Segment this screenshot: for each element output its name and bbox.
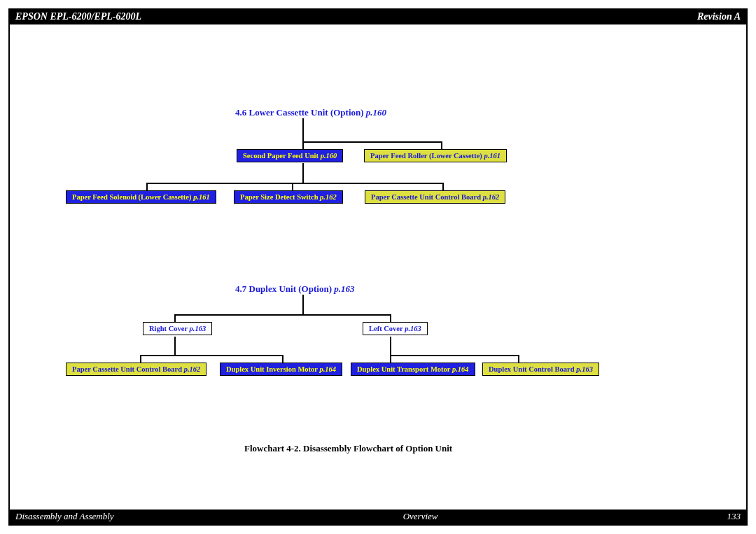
- footer-center: Overview: [403, 511, 438, 522]
- node-left-cover[interactable]: Left Cover p.163: [363, 322, 428, 335]
- connector: [390, 355, 519, 356]
- node-label: Paper Cassette Unit Control Board: [72, 365, 182, 373]
- node-label: Paper Feed Roller (Lower Cassette): [370, 152, 482, 160]
- node-label: Paper Feed Solenoid (Lower Cassette): [72, 193, 192, 201]
- header-right: Revision A: [697, 11, 741, 22]
- heading-page: p.160: [366, 107, 386, 118]
- connector: [302, 141, 442, 143]
- page-header: EPSON EPL-6200/EPL-6200L Revision A: [10, 10, 746, 24]
- node-label: Paper Cassette Unit Control Board: [371, 193, 481, 201]
- section-heading-4-6: 4.6 Lower Cassette Unit (Option) p.160: [235, 107, 386, 118]
- node-page: p.163: [576, 365, 593, 373]
- section-heading-4-7: 4.7 Duplex Unit (Option) p.163: [235, 283, 354, 295]
- connector: [302, 295, 304, 316]
- page-footer: Disassembly and Assembly Overview 133: [10, 510, 746, 524]
- node-label: Right Cover: [149, 325, 188, 332]
- connector: [140, 355, 284, 356]
- node-page: p.161: [193, 193, 210, 201]
- node-page: p.162: [483, 193, 500, 201]
- node-duplex-inversion-motor[interactable]: Duplex Unit Inversion Motor p.164: [220, 363, 342, 376]
- node-label: Second Paper Feed Unit: [243, 152, 318, 160]
- heading-num: 4.6: [235, 107, 246, 118]
- node-page: p.160: [321, 152, 337, 160]
- connector: [146, 183, 444, 184]
- heading-num: 4.7: [235, 283, 246, 294]
- node-page: p.162: [320, 193, 337, 201]
- connector: [302, 118, 304, 143]
- node-label: Paper Size Detect Switch: [240, 193, 318, 201]
- node-page: p.164: [319, 365, 336, 373]
- node-label: Duplex Unit Inversion Motor: [226, 365, 318, 373]
- connector: [174, 337, 176, 356]
- node-page: p.161: [484, 152, 500, 160]
- connector: [390, 337, 391, 356]
- node-right-cover[interactable]: Right Cover p.163: [143, 322, 212, 335]
- node-duplex-transport-motor[interactable]: Duplex Unit Transport Motor p.164: [351, 363, 475, 376]
- node-paper-feed-roller[interactable]: Paper Feed Roller (Lower Cassette) p.161: [364, 149, 507, 162]
- heading-name: Duplex Unit (Option): [249, 283, 332, 294]
- node-paper-cassette-control-board-1[interactable]: Paper Cassette Unit Control Board p.162: [365, 190, 505, 204]
- node-duplex-control-board[interactable]: Duplex Unit Control Board p.163: [482, 363, 599, 376]
- connector: [302, 163, 304, 184]
- header-left: EPSON EPL-6200/EPL-6200L: [15, 11, 141, 22]
- node-label: Duplex Unit Control Board: [489, 365, 575, 373]
- heading-page: p.163: [334, 283, 354, 294]
- node-paper-feed-solenoid[interactable]: Paper Feed Solenoid (Lower Cassette) p.1…: [66, 190, 216, 204]
- node-label: Duplex Unit Transport Motor: [357, 365, 450, 373]
- node-paper-size-detect-switch[interactable]: Paper Size Detect Switch p.162: [234, 190, 343, 204]
- footer-right: 133: [727, 511, 741, 522]
- node-label: Left Cover: [369, 325, 403, 332]
- connector: [174, 314, 391, 316]
- page-frame: EPSON EPL-6200/EPL-6200L Revision A 4.6 …: [8, 8, 748, 526]
- heading-name: Lower Cassette Unit (Option): [249, 107, 364, 118]
- node-paper-cassette-control-board-2[interactable]: Paper Cassette Unit Control Board p.162: [66, 363, 206, 376]
- node-page: p.163: [405, 325, 421, 332]
- diagram-canvas: 4.6 Lower Cassette Unit (Option) p.160 S…: [10, 24, 746, 508]
- node-page: p.162: [184, 365, 201, 373]
- node-second-paper-feed-unit[interactable]: Second Paper Feed Unit p.160: [237, 149, 343, 162]
- footer-left: Disassembly and Assembly: [15, 511, 114, 522]
- figure-caption: Flowchart 4-2. Disassembly Flowchart of …: [244, 443, 452, 454]
- node-page: p.163: [190, 325, 206, 332]
- node-page: p.164: [452, 365, 469, 373]
